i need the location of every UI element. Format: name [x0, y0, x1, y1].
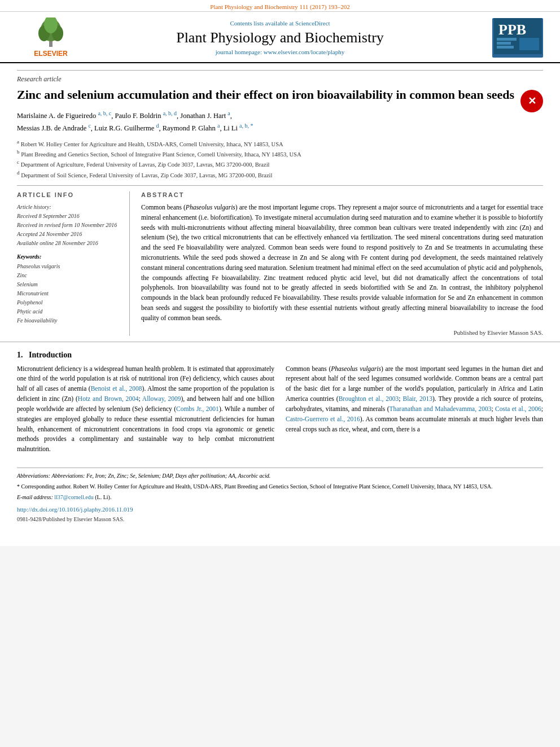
ref-blair[interactable]: Blair, 2013	[403, 395, 432, 402]
keyword-2: Zinc	[17, 271, 121, 280]
section-title: 1. Introduction	[17, 351, 543, 360]
ref-combs[interactable]: Combs Jr., 2001	[176, 405, 219, 412]
ppb-logo-container: PPB	[475, 18, 543, 58]
ref-hotz-brown[interactable]: Hotz and Brown, 2004	[78, 395, 139, 402]
abstract-column: ABSTRACT Common beans (Phaseolus vulgari…	[141, 191, 543, 336]
ppb-logo-image: PPB	[494, 18, 542, 55]
article-info-column: ARTICLE INFO Article history: Received 8…	[17, 191, 130, 336]
article-content: Research article ✕ Zinc and selenium acc…	[0, 63, 560, 336]
sciencedirect-link[interactable]: ScienceDirect	[295, 20, 330, 27]
raymond-author: Raymond	[163, 124, 190, 132]
elsevier-brand-text: ELSEVIER	[34, 50, 67, 58]
keywords-section: Keywords: Phaseolus vulgaris Zinc Seleni…	[17, 254, 121, 325]
elsevier-logo: ELSEVIER	[17, 18, 85, 58]
crossmark-badge[interactable]: ✕	[520, 90, 543, 112]
intro-two-col: Micronutrient deficiency is a widespread…	[17, 364, 543, 459]
footnote-section: Abbreviations: Abbreviations: Fe, Iron; …	[17, 468, 543, 524]
journal-citation: Plant Physiology and Biochemistry 111 (2…	[210, 3, 349, 10]
abstract-heading: ABSTRACT	[141, 191, 543, 198]
section-number: 1.	[17, 351, 23, 359]
affiliations-section: a Robert W. Holley Center for Agricultur…	[17, 138, 543, 180]
email-footnote: E-mail address: ll37@cornell.edu (L. Li)…	[17, 493, 543, 501]
keyword-7: Fe bioavailability	[17, 316, 121, 325]
keyword-3: Selenium	[17, 280, 121, 289]
introduction-section: 1. Introduction Micronutrient deficiency…	[0, 342, 560, 524]
svg-rect-8	[497, 42, 511, 45]
svg-rect-9	[497, 46, 514, 49]
keyword-4: Micronutrient	[17, 289, 121, 298]
abbr-label: Abbreviations:	[17, 473, 50, 479]
article-type-label: Research article	[17, 70, 543, 84]
keyword-6: Phytic acid	[17, 307, 121, 316]
email-attribution: (L. Li).	[95, 494, 111, 500]
abstract-text: Common beans (Phaseolus vulgaris) are th…	[141, 203, 543, 324]
accepted-date: Accepted 24 November 2016	[17, 230, 121, 239]
corresponding-footnote: * Corresponding author. Robert W. Holley…	[17, 482, 543, 491]
intro-para-1: Micronutrient deficiency is a widespread…	[17, 364, 274, 455]
email-address[interactable]: ll37@cornell.edu	[54, 494, 93, 500]
top-citation-bar: Plant Physiology and Biochemistry 111 (2…	[0, 0, 560, 12]
doi-line[interactable]: http://dx.doi.org/10.1016/j.plaphy.2016.…	[17, 505, 543, 514]
affiliation-a: a Robert W. Holley Center for Agricultur…	[17, 138, 543, 148]
published-by-line: Published by Elsevier Masson SAS.	[141, 329, 543, 336]
elsevier-tree-icon	[34, 18, 68, 49]
keywords-list: Phaseolus vulgaris Zinc Selenium Micronu…	[17, 262, 121, 325]
keywords-heading: Keywords:	[17, 254, 121, 260]
authors-line: Marislaine A. de Figueiredo a, b, c, Pau…	[17, 109, 543, 134]
received-revised-date: Received in revised form 10 November 201…	[17, 221, 121, 230]
keyword-1: Phaseolus vulgaris	[17, 262, 121, 271]
ref-costa[interactable]: Costa et al., 2006	[495, 405, 541, 412]
intro-col-right: Common beans (Phaseolus vulgaris) are th…	[286, 364, 543, 459]
section-heading: Introduction	[29, 351, 72, 359]
ref-tharanathan[interactable]: Tharanathan and Mahadevamma, 2003	[389, 405, 491, 412]
ref-castro[interactable]: Castro-Guerrero et al., 2016	[286, 416, 360, 422]
affiliation-b: b Plant Breeding and Genetics Section, S…	[17, 148, 543, 159]
asterisk-symbol: *	[17, 483, 20, 490]
title-row: ✕ Zinc and selenium accumulation and the…	[17, 87, 543, 103]
issn-line: 0981-9428/Published by Elsevier Masson S…	[17, 515, 543, 523]
intro-para-2: Common beans (Phaseolus vulgaris) are th…	[286, 364, 543, 435]
svg-rect-7	[497, 38, 517, 41]
keyword-5: Polyphenol	[17, 298, 121, 307]
received-date: Received 8 September 2016	[17, 212, 121, 221]
affiliation-d: d Department of Soil Science, Federal Un…	[17, 169, 543, 180]
info-abstract-section: ARTICLE INFO Article history: Received 8…	[17, 185, 543, 336]
svg-rect-10	[519, 38, 539, 50]
article-history: Article history: Received 8 September 20…	[17, 203, 121, 248]
contents-available-line: Contents lists available at ScienceDirec…	[85, 20, 475, 27]
svg-text:PPB: PPB	[498, 21, 526, 38]
intro-col-left: Micronutrient deficiency is a widespread…	[17, 364, 274, 459]
page: Plant Physiology and Biochemistry 111 (2…	[0, 0, 560, 546]
article-info-heading: ARTICLE INFO	[17, 191, 121, 198]
article-title: Zinc and selenium accumulation and their…	[17, 87, 543, 103]
journal-title: Plant Physiology and Biochemistry	[85, 29, 475, 46]
homepage-link[interactable]: www.elsevier.com/locate/plaphy	[264, 49, 344, 55]
available-online-date: Available online 28 November 2016	[17, 239, 121, 248]
journal-homepage-line: journal homepage: www.elsevier.com/locat…	[85, 49, 475, 55]
ref-alloway[interactable]: Alloway, 2009	[142, 395, 181, 402]
affiliation-c: c Department of Agriculture, Federal Uni…	[17, 159, 543, 169]
ppb-logo: PPB	[492, 18, 543, 58]
elsevier-logo-container: ELSEVIER	[17, 18, 85, 58]
abbreviations-footnote: Abbreviations: Abbreviations: Fe, Iron; …	[17, 471, 543, 480]
ref-benoist[interactable]: Benoist et al., 2008	[91, 385, 142, 392]
history-label: Article history:	[17, 203, 121, 212]
journal-header: ELSEVIER Contents lists available at Sci…	[0, 12, 560, 63]
ref-broughton[interactable]: Broughton et al., 2003	[339, 395, 399, 402]
journal-header-center: Contents lists available at ScienceDirec…	[85, 20, 475, 55]
